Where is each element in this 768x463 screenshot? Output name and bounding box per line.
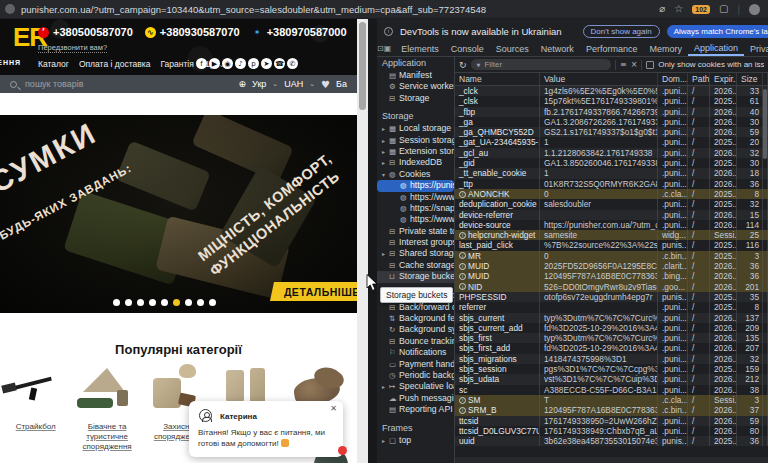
sidebar-item-periodic-backgroun-[interactable]: ◷Periodic backgroun... [377, 370, 454, 381]
cookie-row[interactable]: iSMT.c.cla.../Sessi...3 [455, 395, 768, 405]
tab-console[interactable]: Console [445, 41, 490, 56]
browser-address-bar[interactable]: punisher.com.ua/?utm_campaign=103440&utm… [0, 0, 768, 19]
cookie-row[interactable]: _gidGA1.3.850260046.1761749338.puni.../2… [455, 158, 768, 168]
sidebar-item-local-storage[interactable]: ▸▦Local storage [377, 123, 454, 134]
match-language-button[interactable]: Always match Chrome's language [667, 25, 768, 38]
phone-item[interactable]: ’+380500587070 [38, 26, 133, 38]
callback-link[interactable]: Передзвонити вам? [38, 43, 107, 53]
cookie-row[interactable]: iMUID2025FD52D9656F0A1295E8C6DD6561E3.cl… [455, 261, 768, 271]
carousel-dot[interactable] [149, 299, 156, 306]
cookie-row[interactable]: _ga_QHMBCY552DGS2.1.s1761749337$o1$g0$t1… [455, 127, 768, 137]
column-header-expir[interactable]: Expir... [710, 73, 737, 85]
phone-number[interactable]: +380970587000 [267, 26, 347, 38]
sidebar-item-cookies[interactable]: ▾◍Cookies [377, 169, 454, 180]
close-icon[interactable]: ✕ [330, 404, 337, 413]
column-header-size[interactable]: Size [737, 73, 763, 85]
refresh-icon[interactable]: ↻ [459, 60, 467, 70]
url-text[interactable]: punisher.com.ua/?utm_campaign=103440&utm… [21, 4, 486, 15]
youtube-icon[interactable]: ▶ [209, 58, 220, 69]
cookie-row[interactable]: device-referrer.puni.../2026...15 [455, 210, 768, 220]
extension-badge[interactable]: 102 [692, 5, 710, 14]
sidebar-item-interest-groups[interactable]: ⊟Interest groups [377, 237, 454, 248]
cookie-row[interactable]: _fbpfb.2.1761749337866.74266739417241824… [455, 107, 768, 117]
phone-item[interactable]: ✶+380970587000 [252, 26, 347, 38]
carousel-dot[interactable] [125, 299, 132, 306]
column-header-name[interactable]: Name [455, 73, 540, 85]
phone-number[interactable]: +380500587070 [53, 26, 133, 38]
column-header-value[interactable]: Value [540, 73, 658, 85]
cookie-row[interactable]: ihelpcrunch-widgetsamesitewidg.../Sessi.… [455, 230, 768, 240]
sidebar-item-https-snapwidge-[interactable]: ◍https://snapwidge... [377, 203, 454, 214]
cookie-row[interactable]: ttcsid_D0LGUV3C77UCPQ...1761749338949:Ch… [455, 426, 768, 436]
tab-sources[interactable]: Sources [490, 41, 535, 56]
sidebar-item-https-www-goog-[interactable]: ◍https://www.goog... [377, 192, 454, 203]
tree-arrow-icon[interactable]: ▸ [382, 435, 389, 446]
carousel-dot[interactable] [185, 299, 192, 306]
category-label[interactable]: Страйкбол [5, 422, 67, 432]
column-header-path[interactable]: Path [688, 73, 710, 85]
cookie-row[interactable]: PHPSESSIDotofp6sv72euggdrumh4epg7rpunis.… [455, 292, 768, 302]
tree-arrow-icon[interactable]: ▸ [382, 248, 389, 259]
sidebar-item-service-workers[interactable]: ⚙Service workers [377, 81, 454, 92]
cookie-row[interactable]: sbjs_current_addfd%3D2025-10-29%2016%3A4… [455, 323, 768, 333]
sidebar-item-reporting-api[interactable]: ▤Reporting API [377, 404, 454, 415]
nav-item-каталог[interactable]: Каталог [38, 59, 69, 69]
carousel-dot[interactable] [173, 299, 180, 306]
tree-arrow-icon[interactable]: ▸ [382, 123, 389, 134]
category-item-tent[interactable]: Бівачне та туристичне спорядження [71, 360, 142, 452]
sidebar-item-storage[interactable]: ⊟Storage [377, 93, 454, 104]
cookie-row[interactable]: sbjs_currenttyp%3Dutm%7C%7C%7Curc%3Dsale… [455, 313, 768, 323]
cookie-row[interactable]: referrer.puni.../2025...8 [455, 302, 768, 312]
tab-performance[interactable]: Performance [580, 41, 644, 56]
carousel-dot[interactable] [137, 299, 144, 306]
viber-icon[interactable]: ☎ [274, 58, 285, 69]
device-toolbar-icon[interactable]: ▣ [384, 41, 392, 56]
category-label[interactable]: Бівачне та туристичне спорядження [76, 422, 138, 452]
cookie-row[interactable]: sbjs_udatavst%3D1%7C%7C%7Cuip%3D%28none.… [455, 374, 768, 384]
dont-show-again-button[interactable]: Don't show again [583, 25, 660, 38]
inspect-element-icon[interactable]: ⊡ [377, 41, 384, 56]
sidebar-item-storage-buckets[interactable]: ⊔Storage buckets [377, 271, 454, 282]
cookie-row[interactable]: iSRM_B120495F787A16B8E0C77836386896AD6.c… [455, 405, 768, 415]
cookie-row[interactable]: scA388ECCB-C55F-D66C-B3A1-32B77848....pu… [455, 385, 768, 395]
nav-item-оплата-і-доставка[interactable]: Оплата і доставка [79, 59, 150, 69]
cookie-row[interactable]: sbjs_sessionpgs%3D1%7C%7C%7Ccpg%3Dhttps%… [455, 364, 768, 374]
cookie-row[interactable]: _clsk15p76kt%5E1761749339801%5E1%5E1....… [455, 96, 768, 106]
tree-arrow-icon[interactable]: ▸ [382, 157, 389, 168]
currency-selector[interactable]: UAH [284, 79, 303, 89]
whatsapp-icon[interactable]: ✆ [287, 58, 298, 69]
cookie-row[interactable]: _ttp01K8R732S5Q0RMYR6K2GA8KYT4_.tL2.puni… [455, 179, 768, 189]
cookie-row[interactable]: iMUID120495F787A16B8E0C77836386896AD6.bi… [455, 271, 768, 281]
nav-item-гарантія[interactable]: Гарантія [160, 59, 193, 69]
sidebar-item-background-sync[interactable]: ↻Background sync [377, 324, 454, 335]
category-item-rifle[interactable]: Страйкбол [0, 360, 71, 452]
cookie-row[interactable]: iANONCHK0.c.cla.../2025...8 [455, 189, 768, 199]
phone-item[interactable]: ∿+380930587070 [145, 26, 240, 38]
wishlist-label[interactable]: Ба [336, 79, 347, 89]
search-input[interactable]: пошук товарів [25, 79, 84, 89]
carousel-dot[interactable] [197, 299, 204, 306]
column-header-ht[interactable]: Ht [763, 73, 768, 85]
sidebar-item-extension-storage[interactable]: ▸▦Extension storage [377, 146, 454, 157]
profile-avatar[interactable] [749, 4, 760, 15]
cookie-row[interactable]: sbjs_firsttyp%3Dutm%7C%7C%7Curc%3Dsalesd… [455, 333, 768, 343]
cookie-row[interactable]: _tt_enable_cookie1.puni.../2026...18 [455, 168, 768, 178]
bookmark-star-icon[interactable]: ☆ [674, 4, 683, 14]
cookie-row[interactable]: uuid3b62e38ea45873553015074e3923296punis… [455, 436, 768, 446]
phone-number[interactable]: +380930587070 [160, 26, 240, 38]
instagram-icon[interactable]: ◉ [222, 58, 233, 69]
sidebar-item-session-storage[interactable]: ▸▦Session storage [377, 135, 454, 146]
lang-selector[interactable]: Укр [252, 79, 266, 89]
cookie-row[interactable]: last_paid_click%7B%22source%22%3A%22sale… [455, 240, 768, 250]
only-issues-checkbox[interactable] [646, 61, 654, 69]
sidebar-item-payment-handler[interactable]: ▭Payment handler [377, 359, 454, 370]
cookie-row[interactable]: _gcl_au1.1.2128063842.1761749338.puni...… [455, 148, 768, 158]
cookie-row[interactable]: iNID526=DD0tOmgvRwr8u2v9TiasdgxGZMG....g… [455, 282, 768, 292]
sidebar-item-bounce-tracking-mit-[interactable]: ⊟Bounce tracking mit... [377, 336, 454, 347]
tree-arrow-icon[interactable]: ▾ [382, 169, 389, 180]
cookie-row[interactable]: deduplication_cookiesalesdoubler.puni...… [455, 199, 768, 209]
sidebar-item-private-state-tokens[interactable]: ⊟Private state tokens [377, 226, 454, 237]
tab-memory[interactable]: Memory [643, 41, 688, 56]
column-header-dom[interactable]: Dom... [658, 73, 688, 85]
sidebar-item-top[interactable]: ▸▢top [377, 435, 454, 446]
